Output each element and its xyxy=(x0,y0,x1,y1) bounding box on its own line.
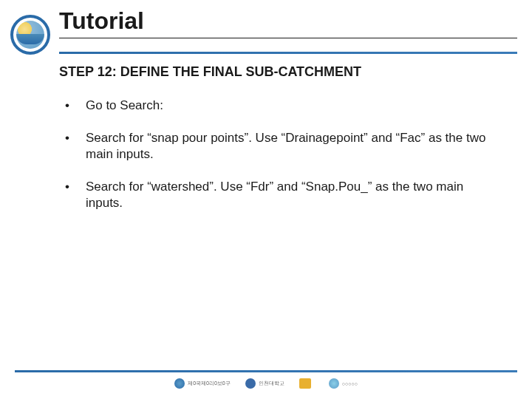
footer-logo-row: 제0국제0리0보0구 인천대학교 ○○○○○ xyxy=(0,378,532,389)
footer-logo-1: 제0국제0리0보0구 xyxy=(174,378,231,389)
footer-logo-3 xyxy=(299,378,314,389)
bullet-icon: • xyxy=(65,130,86,163)
swirl-icon xyxy=(329,378,339,389)
footer-logo-text: 제0국제0리0보0구 xyxy=(188,380,231,387)
content-area: • Go to Search: • Search for “snap pour … xyxy=(65,98,488,211)
footer-logo-text: ○○○○○ xyxy=(342,381,358,386)
brand-logo xyxy=(10,15,50,55)
slide-footer: 제0국제0리0보0구 인천대학교 ○○○○○ xyxy=(0,370,532,389)
bullet-text: Go to Search: xyxy=(86,98,488,114)
header-divider xyxy=(59,52,517,54)
footer-logo-4: ○○○○○ xyxy=(329,378,358,389)
university-icon xyxy=(245,378,256,389)
bullet-text: Search for “watershed”. Use “Fdr” and “S… xyxy=(86,179,488,211)
bullet-icon: • xyxy=(65,179,86,211)
footer-logo-text: 인천대학교 xyxy=(259,380,284,387)
footer-logo-2: 인천대학교 xyxy=(245,378,284,389)
list-item: • Search for “snap pour points”. Use “Dr… xyxy=(65,130,488,163)
list-item: • Go to Search: xyxy=(65,98,488,114)
bullet-icon: • xyxy=(65,98,86,114)
list-item: • Search for “watershed”. Use “Fdr” and … xyxy=(65,179,488,211)
page-title: Tutorial xyxy=(59,7,532,35)
step-heading: STEP 12: DEFINE THE FINAL SUB-CATCHMENT xyxy=(59,64,517,80)
globe-small-icon xyxy=(174,378,185,389)
bullet-text: Search for “snap pour points”. Use “Drai… xyxy=(86,130,488,163)
badge-icon xyxy=(299,378,311,389)
footer-divider xyxy=(15,370,517,372)
title-underline xyxy=(59,38,517,38)
globe-icon xyxy=(16,21,44,49)
slide-header: Tutorial STEP 12: DEFINE THE FINAL SUB-C… xyxy=(0,0,532,80)
